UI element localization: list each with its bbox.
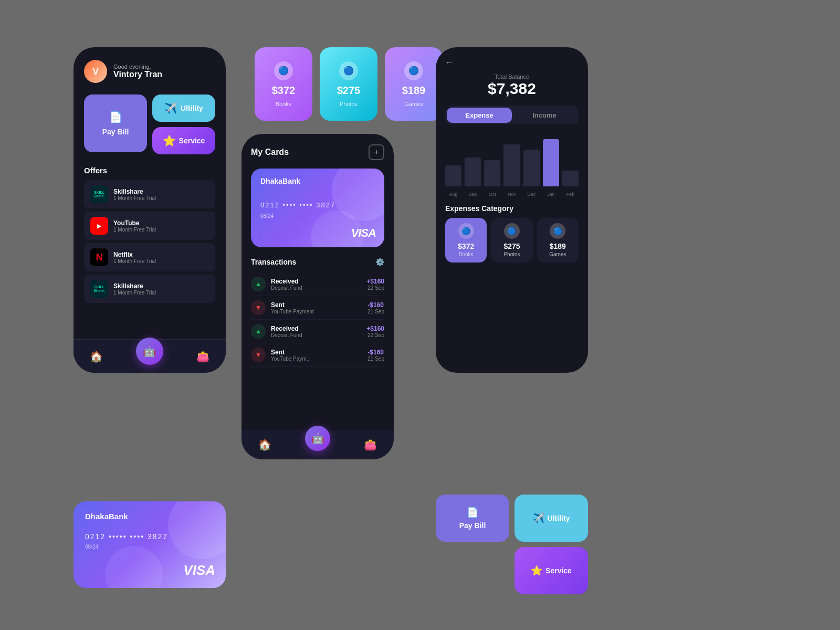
mini-card-photos[interactable]: 🔵 $275 Photos xyxy=(320,47,377,121)
bottom-right-buttons: 📄 Pay Bill ✈️ Ultility ⭐ Service xyxy=(436,495,588,594)
youtube-logo: ▶ xyxy=(90,217,108,235)
pay-bill-button[interactable]: 📄 Pay Bill xyxy=(84,94,147,152)
offer-skillshare-1[interactable]: SKILLShare. Skillshare 1 Month Free Tria… xyxy=(84,180,215,208)
mini-card-games[interactable]: 🔵 $189 Games xyxy=(385,47,443,121)
photos-cat-icon: 🔵 xyxy=(504,223,520,239)
tx-amount-4: -$160 xyxy=(368,349,384,356)
center-nav-button-left[interactable]: 🤖 xyxy=(136,338,163,365)
profile-section: V Good evening, Vintory Tran xyxy=(84,60,215,83)
books-cat-amount: $372 xyxy=(449,242,482,250)
netflix-logo: N xyxy=(90,248,108,266)
balance-amount: $7,382 xyxy=(445,80,579,98)
books-icon: 🔵 xyxy=(274,61,293,80)
wallet-icon-center[interactable]: 👛 xyxy=(364,438,377,451)
utility-icon: ✈️ xyxy=(164,102,177,114)
offer-youtube[interactable]: ▶ YouTube 1 Month Free Trial xyxy=(84,212,215,240)
service-button[interactable]: ⭐ Service xyxy=(152,127,215,154)
income-tab[interactable]: Income xyxy=(512,108,577,123)
bottom-nav-center: 🏠 🤖 👛 xyxy=(242,430,394,459)
photos-icon: 🔵 xyxy=(339,61,358,80)
category-photos[interactable]: 🔵 $275 Photos xyxy=(491,218,532,262)
chart-bar-group-6 xyxy=(562,171,579,186)
chart-bar-1 xyxy=(465,158,481,186)
wallet-nav-icon-left[interactable]: 👛 xyxy=(196,350,209,363)
chart-bar-4 xyxy=(523,150,540,186)
add-card-button[interactable]: + xyxy=(369,144,384,160)
chart-bar-group-3 xyxy=(503,144,520,186)
tx-sub-3: Deposit Fund xyxy=(271,332,361,338)
games-icon: 🔵 xyxy=(404,61,423,80)
chart-label-5: Jan xyxy=(543,192,559,197)
tx-sent-2[interactable]: ▼ Sent YouTube Paym... -$160 21 Sep xyxy=(251,343,384,367)
offer-sub-4: 1 Month Free Trial xyxy=(113,290,156,296)
games-amount: $189 xyxy=(402,85,426,97)
books-amount: $372 xyxy=(272,85,296,97)
category-books[interactable]: 🔵 $372 Books xyxy=(445,218,487,262)
games-cat-icon: 🔵 xyxy=(550,223,565,239)
offer-sub-2: 1 Month Free Trial xyxy=(113,227,156,233)
offer-netflix[interactable]: N Netflix 1 Month Free Trial xyxy=(84,243,215,271)
chart-bar-group-4 xyxy=(523,150,540,186)
offer-sub-3: 1 Month Free Trial xyxy=(113,258,156,264)
transactions-title: Transactions xyxy=(251,258,296,266)
category-games[interactable]: 🔵 $189 Games xyxy=(537,218,579,262)
expense-categories: 🔵 $372 Books 🔵 $275 Photos 🔵 $189 Games xyxy=(445,218,579,262)
right-phone: ← Total Balance $7,382 Expense Income Au… xyxy=(436,47,588,373)
chart-bar-group-1 xyxy=(465,158,481,186)
user-name: Vintory Tran xyxy=(113,70,162,79)
offer-name-4: Skillshare xyxy=(113,282,156,290)
back-button[interactable]: ← xyxy=(445,58,579,67)
center-nav-button-center[interactable]: 🤖 xyxy=(305,426,330,451)
home-icon-center[interactable]: 🏠 xyxy=(258,438,271,451)
offers-title: Offers xyxy=(84,166,215,175)
photos-cat-amount: $275 xyxy=(495,242,528,250)
tx-down-arrow-2: ▼ xyxy=(251,348,266,362)
camera-icon-left: 🤖 xyxy=(143,345,156,358)
chart-bar-5 xyxy=(543,139,559,186)
br-pay-bill-button[interactable]: 📄 Pay Bill xyxy=(436,495,509,542)
chart-bar-group-5 xyxy=(543,139,559,186)
tx-sent-1[interactable]: ▼ Sent YouTube Payment -$160 21 Sep xyxy=(251,296,384,320)
br-utility-button[interactable]: ✈️ Ultility xyxy=(514,495,588,542)
books-label: Books xyxy=(276,101,292,107)
photos-cat-label: Photos xyxy=(495,251,528,257)
home-nav-icon[interactable]: 🏠 xyxy=(90,350,103,363)
service-icon: ⭐ xyxy=(163,134,176,147)
skillshare-logo-1: SKILLShare. xyxy=(90,185,108,203)
chart-bar-6 xyxy=(562,171,579,186)
action-grid: 📄 Pay Bill ✈️ Ultility ⭐ Service xyxy=(84,94,215,154)
chart-label-6: Feb xyxy=(562,192,579,197)
card-expiry: 08/24 xyxy=(260,213,375,219)
center-phone: My Cards + DhakaBank 0212 •••• •••• 3827… xyxy=(242,134,394,459)
expense-chart xyxy=(445,134,579,186)
utility-label: Ultility xyxy=(181,104,203,112)
br-utility-icon: ✈️ xyxy=(533,512,544,524)
tx-amount-3: +$160 xyxy=(366,325,384,332)
offer-name-2: YouTube xyxy=(113,219,156,227)
pay-bill-icon: 📄 xyxy=(109,111,122,123)
chart-bar-3 xyxy=(503,144,520,186)
tx-name-4: Sent xyxy=(271,349,362,356)
my-cards-header: My Cards + xyxy=(251,144,384,160)
tx-sub-1: Deposit Fund xyxy=(271,285,361,291)
pay-bill-label: Pay Bill xyxy=(102,128,129,136)
expense-tab[interactable]: Expense xyxy=(447,108,512,123)
offer-skillshare-2[interactable]: SKILLShare. Skillshare 1 Month Free Tria… xyxy=(84,275,215,303)
utility-button[interactable]: ✈️ Ultility xyxy=(152,94,215,122)
br-utility-label: Ultility xyxy=(548,514,570,522)
tx-received-2[interactable]: ▲ Received Deposit Fund +$160 22 Sep xyxy=(251,320,384,343)
bc-network: VISA xyxy=(183,562,215,579)
chart-labels: AugSepOctNovDecJanFeb xyxy=(445,190,579,197)
mini-card-books[interactable]: 🔵 $372 Books xyxy=(255,47,312,121)
filter-icon[interactable]: ⚙️ xyxy=(375,258,384,266)
tx-sub-2: YouTube Payment xyxy=(271,309,362,314)
chart-bar-0 xyxy=(445,165,461,186)
br-service-label: Service xyxy=(545,566,572,575)
tx-received-1[interactable]: ▲ Received Deposit Fund +$160 22 Sep xyxy=(251,272,384,296)
service-label: Service xyxy=(179,136,205,145)
br-service-button[interactable]: ⭐ Service xyxy=(514,547,588,594)
offer-name-1: Skillshare xyxy=(113,188,156,195)
tx-sub-4: YouTube Paym... xyxy=(271,356,362,362)
skillshare-logo-2: SKILLShare. xyxy=(90,280,108,298)
bottom-bank-card: DhakaBank 0212 ••••• •••• 3827 08/24 VIS… xyxy=(74,501,226,588)
